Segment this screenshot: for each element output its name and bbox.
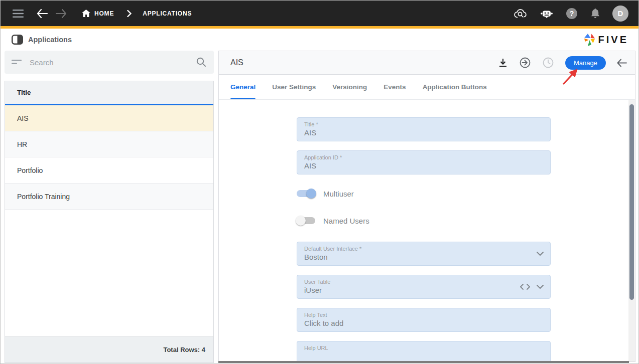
forward-arrow-icon[interactable] [56, 9, 67, 18]
menu-icon[interactable] [13, 10, 24, 18]
breadcrumb-chevron-icon [127, 10, 132, 17]
filter-icon[interactable] [12, 59, 23, 66]
title-field-value: AIS [304, 128, 543, 137]
chevron-down-icon[interactable] [536, 284, 544, 289]
top-navigation-bar: HOME APPLICATIONS ? [1, 1, 639, 29]
back-arrow-icon[interactable] [37, 9, 48, 18]
search-icon[interactable] [196, 57, 207, 68]
application-id-field-label: Application ID * [304, 154, 543, 160]
open-record-icon[interactable] [519, 57, 531, 69]
table-row-portfolio-training[interactable]: Portfolio Training [5, 184, 213, 210]
application-id-field-value: AIS [304, 161, 543, 170]
code-icon[interactable] [520, 284, 530, 290]
notifications-bell-icon[interactable] [590, 8, 600, 20]
default-user-interface-value: Boston [304, 253, 543, 261]
avatar-initial: D [618, 9, 623, 18]
help-text-field[interactable]: Help Text Click to add [297, 308, 551, 332]
table-row-portfolio[interactable]: Portfolio [5, 157, 213, 184]
title-field-label: Title * [304, 121, 543, 127]
page-subheader: Applications FIVE [1, 31, 639, 48]
tab-application-buttons[interactable]: Application Buttons [423, 75, 487, 99]
records-list-panel: Title AIS HR Portfolio Portfolio Trainin… [5, 51, 214, 363]
record-title: AIS [230, 58, 243, 67]
record-detail-panel: AIS Manage General User Settings Version… [218, 51, 635, 362]
table-row-ais[interactable]: AIS [5, 105, 213, 131]
cloud-search-icon[interactable] [513, 8, 528, 20]
breadcrumb-home-label[interactable]: HOME [94, 10, 114, 17]
general-form: Title * AIS Application ID * AIS Multius… [219, 100, 628, 361]
help-url-label: Help URL [304, 345, 543, 351]
column-header-title[interactable]: Title [5, 81, 213, 105]
collapse-panel-icon[interactable] [617, 59, 627, 67]
vertical-scrollbar[interactable] [628, 100, 635, 361]
named-users-toggle-row: Named Users [297, 215, 551, 227]
named-users-label: Named Users [323, 217, 369, 225]
svg-text:?: ? [570, 10, 574, 18]
multiuser-label: Multiuser [323, 190, 354, 198]
history-clock-icon[interactable] [542, 57, 554, 69]
help-icon[interactable]: ? [565, 7, 578, 20]
page-title: Applications [28, 36, 72, 44]
manage-button[interactable]: Manage [565, 56, 606, 70]
chevron-down-icon[interactable] [536, 251, 544, 256]
download-icon[interactable] [498, 58, 508, 68]
tab-events[interactable]: Events [384, 75, 406, 99]
search-bar[interactable] [5, 51, 214, 74]
user-avatar[interactable]: D [612, 6, 628, 22]
table-row-hr[interactable]: HR [5, 131, 213, 157]
help-url-field[interactable]: Help URL [297, 341, 551, 361]
search-input[interactable] [30, 58, 196, 67]
user-table-select[interactable]: User Table iUser [297, 275, 551, 299]
window-bottom-edge [218, 361, 629, 363]
breadcrumb-current-label: APPLICATIONS [143, 10, 192, 17]
application-id-field[interactable]: Application ID * AIS [297, 150, 551, 174]
tab-user-settings[interactable]: User Settings [272, 75, 316, 99]
scrollbar-thumb[interactable] [629, 104, 634, 300]
tab-versioning[interactable]: Versioning [332, 75, 367, 99]
five-logo-pinwheel-icon [583, 33, 596, 47]
applications-table: Title AIS HR Portfolio Portfolio Trainin… [5, 81, 214, 363]
user-table-value: iUser [304, 286, 543, 294]
multiuser-toggle[interactable] [297, 190, 315, 197]
record-detail-header: AIS Manage [219, 51, 635, 75]
tab-general[interactable]: General [230, 75, 255, 99]
default-user-interface-select[interactable]: Default User Interface * Boston [297, 242, 551, 266]
assistant-robot-icon[interactable] [540, 8, 553, 20]
module-title: Applications [12, 35, 72, 45]
total-rows-label: Total Rows: 4 [5, 336, 213, 362]
applications-module-icon [12, 35, 23, 45]
named-users-toggle[interactable] [297, 217, 315, 224]
breadcrumb-home[interactable]: HOME [82, 10, 114, 17]
multiuser-toggle-row: Multiuser [297, 188, 551, 200]
default-user-interface-label: Default User Interface * [304, 246, 543, 252]
detail-tabs: General User Settings Versioning Events … [219, 75, 635, 100]
home-icon [82, 10, 90, 17]
five-logo: FIVE [583, 33, 628, 47]
help-text-value: Click to add [304, 319, 543, 327]
user-table-label: User Table [304, 279, 543, 285]
five-logo-text: FIVE [598, 34, 628, 46]
title-field[interactable]: Title * AIS [297, 117, 551, 141]
help-text-label: Help Text [304, 312, 543, 318]
